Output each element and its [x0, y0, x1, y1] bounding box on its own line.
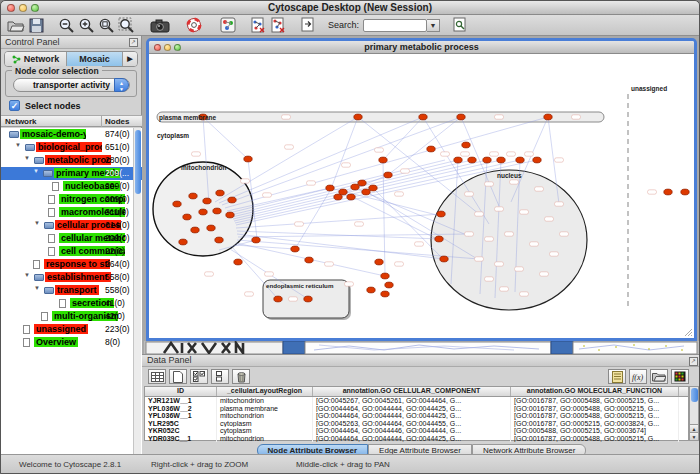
network-node[interactable]	[468, 157, 476, 163]
tree-row[interactable]: Overview8(0)	[1, 336, 142, 349]
snapshot-icon[interactable]	[150, 16, 170, 34]
tree-row[interactable]: cellular metabo209(0)	[1, 232, 142, 245]
network-edge[interactable]	[343, 192, 439, 240]
network-node[interactable]	[454, 157, 462, 163]
scroll-up-icon[interactable]: ▲	[690, 424, 698, 432]
network-window-titlebar[interactable]: primary metabolic process	[149, 41, 694, 54]
network-node[interactable]	[183, 214, 191, 220]
network-node[interactable]	[384, 172, 392, 178]
tree-row[interactable]: nucleobase-209(0)	[1, 180, 142, 193]
tree-row[interactable]: ▼biological_process651(0)	[1, 141, 142, 154]
network-node[interactable]	[437, 211, 445, 217]
tree-row-label[interactable]: mosaic-demo-yeast	[20, 129, 86, 139]
network-node[interactable]	[234, 259, 242, 265]
tab-network[interactable]: Network	[5, 52, 67, 66]
tree-column-network[interactable]: Network	[5, 117, 37, 126]
open-session-icon[interactable]	[6, 16, 26, 34]
attribute-matrix-icon[interactable]	[148, 369, 166, 384]
network-node[interactable]	[216, 190, 224, 196]
network-node[interactable]	[681, 189, 689, 195]
network-edge[interactable]	[229, 160, 445, 213]
tab-scroll-right-icon[interactable]: ▶	[123, 52, 137, 66]
expander-icon[interactable]: ▼	[34, 285, 40, 291]
node-color-dropdown[interactable]: transporter activity ▲▼	[13, 78, 130, 92]
network-node[interactable]	[228, 197, 236, 203]
new-attribute-icon[interactable]	[169, 369, 187, 384]
tree-scrollbar[interactable]	[133, 128, 141, 454]
network-node[interactable]	[213, 208, 221, 214]
network-node[interactable]	[497, 157, 505, 163]
table-cell[interactable]: [GO:0016787, GO:0005215, GO:0003824, G..…	[511, 420, 679, 428]
network-node[interactable]	[173, 201, 181, 207]
table-row[interactable]: YDR039C__1mitochondrion[GO:0044464, GO:0…	[145, 435, 688, 443]
network-canvas[interactable]: plasma membrane cytoplasm mitochondrion …	[149, 54, 694, 338]
table-cell[interactable]: YPL036W__2	[145, 405, 217, 413]
table-cell[interactable]: [GO:0016787, GO:0005488, GO:0005215, G..…	[511, 412, 679, 420]
table-scrollbar-thumb[interactable]	[691, 388, 698, 402]
expander-icon[interactable]: ▼	[15, 142, 21, 148]
table-cell[interactable]: mitochondrion	[217, 397, 313, 405]
column-header-id[interactable]: ID	[145, 387, 217, 396]
scroll-down-icon[interactable]: ▼	[690, 432, 698, 440]
search-config-icon[interactable]	[450, 16, 470, 34]
network-node[interactable]	[367, 287, 375, 293]
network-node[interactable]	[215, 237, 223, 243]
table-row[interactable]: YPL036W__1mitochondrion[GO:0044464, GO:0…	[145, 412, 688, 420]
network-node[interactable]	[385, 282, 393, 288]
background-window-titlebar[interactable]	[283, 341, 305, 354]
network-node[interactable]	[334, 194, 342, 200]
tree-row[interactable]: secretion41(0)	[1, 297, 142, 310]
tree-row-label[interactable]: establishment of lo	[45, 272, 111, 282]
table-cell[interactable]: [GO:0045263, GO:0044464, GO:0044455, G..…	[313, 420, 511, 428]
network-node[interactable]	[244, 156, 252, 162]
tree-row-label[interactable]: transport	[55, 285, 99, 295]
tree-row[interactable]: macromolecule311(0)	[1, 206, 142, 219]
unselect-attributes-icon[interactable]	[211, 369, 229, 384]
expander-icon[interactable]: ▼	[24, 155, 30, 161]
column-header-molecular-function[interactable]: annotation.GO MOLECULAR_FUNCTION	[511, 387, 679, 396]
import-network-icon[interactable]	[248, 16, 268, 34]
table-cell[interactable]: [GO:0016787, GO:0005488, GO:0005215, G..…	[511, 405, 679, 413]
select-nodes-checkbox[interactable]: ✓	[9, 100, 20, 111]
expander-icon[interactable]: ▼	[34, 220, 40, 226]
table-cell[interactable]: mitochondrion	[217, 435, 313, 443]
table-cell[interactable]: [GO:0016787, GO:0005488, GO:0005215, G..…	[511, 435, 679, 443]
table-scrollbar[interactable]: ▲ ▼	[689, 386, 699, 441]
zoom-selected-icon[interactable]	[116, 16, 136, 34]
network-node[interactable]	[462, 142, 470, 148]
network-edge[interactable]	[332, 117, 358, 186]
network-node[interactable]	[274, 296, 282, 302]
table-cell[interactable]: cytoplasm	[217, 427, 313, 435]
network-node[interactable]	[179, 239, 187, 245]
table-cell[interactable]: plasma membrane	[217, 405, 313, 413]
network-edge[interactable]	[234, 245, 295, 249]
tree-row[interactable]: ▼metabolic process280(0)	[1, 154, 142, 167]
network-node[interactable]	[362, 189, 370, 195]
vizmapper-icon[interactable]	[218, 16, 238, 34]
table-cell[interactable]: [GO:0044464, GO:0044444, GO:0044425, G..…	[313, 405, 511, 413]
resize-grip-icon[interactable]	[685, 329, 692, 336]
table-cell[interactable]: cytoplasm	[217, 420, 313, 428]
background-window[interactable]	[305, 342, 551, 354]
network-node[interactable]	[252, 237, 260, 243]
formula-builder-icon[interactable]: f(x)	[629, 369, 647, 384]
tree-row[interactable]: cell communicat22(0)	[1, 245, 142, 258]
network-node[interactable]	[203, 198, 211, 204]
tree-scrollbar-thumb[interactable]	[135, 130, 141, 194]
network-node[interactable]	[207, 225, 215, 231]
tree-row[interactable]: mosaic-demo-yeast874(0)	[1, 128, 142, 141]
expander-icon[interactable]: ▼	[33, 168, 39, 174]
network-node[interactable]	[544, 114, 552, 120]
tree-row-label[interactable]: unassigned	[34, 324, 88, 334]
network-node[interactable]	[226, 212, 234, 218]
export-icon[interactable]	[298, 16, 318, 34]
table-cell[interactable]: [GO:0005488, GO:0005215, GO:0003674]	[511, 427, 679, 435]
tree-row[interactable]: ▼cellular process614(0)	[1, 219, 142, 232]
tree-row-label[interactable]: Overview	[34, 337, 78, 347]
import-attributes-icon[interactable]	[650, 369, 668, 384]
network-node[interactable]	[354, 114, 362, 120]
import-table-icon[interactable]	[268, 16, 288, 34]
network-node[interactable]	[369, 185, 377, 191]
tree-row[interactable]: nitrogen compo209(0)	[1, 193, 142, 206]
table-row[interactable]: YKR052Ccytoplasm[GO:0044464, GO:0044446,…	[145, 427, 688, 435]
